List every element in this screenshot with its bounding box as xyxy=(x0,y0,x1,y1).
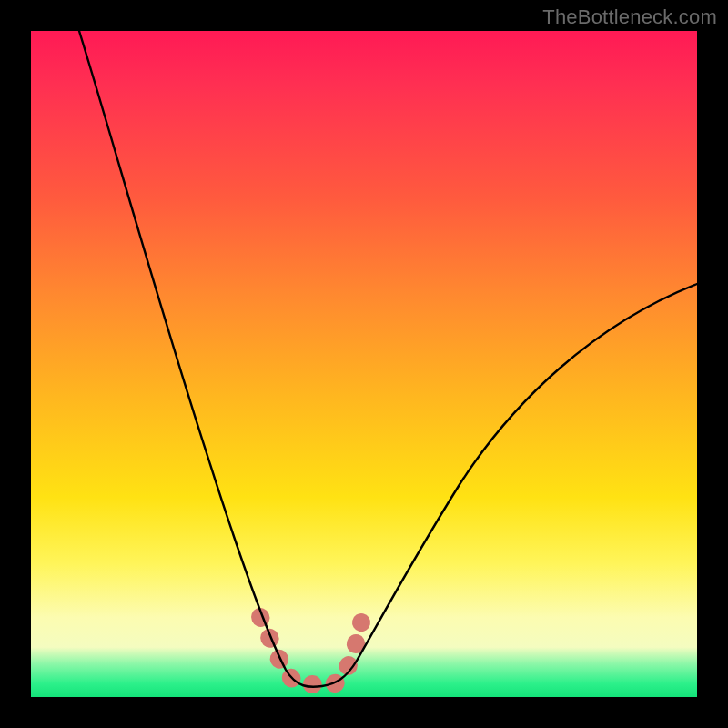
chart-frame: TheBottleneck.com xyxy=(0,0,728,728)
watermark-text: TheBottleneck.com xyxy=(542,5,717,29)
bottleneck-curve xyxy=(79,31,697,687)
plot-area xyxy=(31,31,697,697)
curve-layer xyxy=(31,31,697,697)
